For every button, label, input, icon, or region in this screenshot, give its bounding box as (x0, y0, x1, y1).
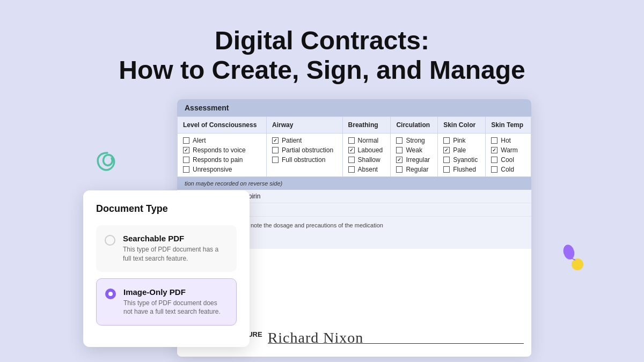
assessment-header: Assessment (177, 99, 531, 116)
cb-responds-pain[interactable] (183, 157, 189, 163)
airway-cell: Patient Partial obstruction Full obstruc… (267, 134, 343, 177)
cb-pink[interactable] (443, 137, 450, 144)
cb-cold[interactable] (491, 166, 497, 173)
cb-syanotic[interactable] (443, 157, 450, 163)
assessment-table: Level of Consciousness Airway Breathing … (177, 116, 531, 177)
circulation-cell: Strong Weak Irregular Regular (391, 134, 438, 177)
breathing-laboued: Laboued (348, 146, 385, 154)
cb-hot[interactable] (491, 137, 497, 144)
image-only-pdf-label: Image-Only PDF (123, 287, 228, 297)
airway-patient: Patient (272, 137, 337, 144)
loc-unresponsive: Unresponsive (183, 166, 261, 173)
cb-alert[interactable] (183, 137, 189, 144)
image-only-pdf-option[interactable]: Image-Only PDF This type of PDF document… (96, 278, 237, 326)
cb-flushed[interactable] (443, 166, 450, 173)
cb-partial-obstruction[interactable] (272, 147, 279, 153)
hero-section: Digital Contracts: How to Create, Sign, … (0, 0, 644, 85)
cb-patient[interactable] (272, 137, 279, 144)
circ-strong: Strong (396, 137, 432, 144)
cb-cool[interactable] (491, 157, 497, 163)
cb-responds-voice[interactable] (183, 147, 189, 153)
image-only-pdf-desc: This type of PDF document does not have … (123, 299, 228, 317)
medication-header: tion maybe recorded on reverse side) (177, 177, 531, 190)
hero-line2: How to Create, Sign, and Manage (0, 55, 644, 85)
col-header-breathing: Breathing (342, 117, 391, 134)
searchable-pdf-label: Searchable PDF (123, 234, 228, 243)
signature-line: Richard Nixon (268, 324, 524, 344)
cb-weak[interactable] (396, 147, 402, 153)
loc-responds-pain: Responds to pain (183, 156, 261, 164)
cb-laboued[interactable] (348, 147, 355, 153)
col-header-circulation: Circulation (391, 117, 438, 134)
cb-normal[interactable] (348, 137, 355, 144)
cb-irregular[interactable] (396, 157, 402, 163)
radio-inner-dot (108, 292, 113, 296)
temp-warm: Warm (491, 146, 525, 154)
skin-temp-cell: Hot Warm Cool Cold (486, 134, 531, 177)
cb-regular[interactable] (396, 166, 402, 173)
skin-pink: Pink (443, 137, 480, 144)
skin-syanotic: Syanotic (443, 156, 480, 164)
cb-warm[interactable] (491, 147, 497, 153)
cb-unresponsive[interactable] (183, 166, 189, 173)
airway-full: Full obstruction (272, 156, 337, 164)
searchable-pdf-desc: This type of PDF document has a full tex… (123, 245, 228, 263)
loc-responds-voice: Responds to voice (183, 146, 261, 154)
breathing-shallow: Shallow (348, 156, 385, 164)
cb-pale[interactable] (443, 147, 450, 153)
skin-color-cell: Pink Pale Syanotic Flushed (438, 134, 486, 177)
temp-hot: Hot (491, 137, 525, 144)
temp-cool: Cool (491, 156, 525, 164)
image-only-pdf-content: Image-Only PDF This type of PDF document… (123, 287, 228, 317)
col-header-skin-color: Skin Color (438, 117, 486, 134)
decorative-green-icon (94, 150, 121, 177)
document-type-card: Document Type Searchable PDF This type o… (83, 190, 250, 347)
breathing-cell: Normal Laboued Shallow Absent (342, 134, 391, 177)
temp-cold: Cold (491, 166, 525, 173)
searchable-pdf-radio[interactable] (105, 235, 115, 246)
cb-absent[interactable] (348, 166, 355, 173)
skin-pale: Pale (443, 146, 480, 154)
breathing-normal: Normal (348, 137, 385, 144)
skin-flushed: Flushed (443, 166, 480, 173)
col-header-skin-temp: Skin Temp (486, 117, 531, 134)
document-type-title: Document Type (96, 203, 237, 215)
loc-cell: Alert Responds to voice Responds to pain (178, 134, 267, 177)
image-only-pdf-radio[interactable] (105, 289, 116, 299)
searchable-pdf-option[interactable]: Searchable PDF This type of PDF document… (96, 225, 237, 272)
cb-strong[interactable] (396, 137, 402, 144)
searchable-pdf-content: Searchable PDF This type of PDF document… (123, 234, 228, 263)
circ-irregular: Irregular (396, 156, 432, 164)
signature-text: Richard Nixon (268, 330, 364, 345)
cb-shallow[interactable] (348, 157, 355, 163)
col-header-airway: Airway (267, 117, 343, 134)
circ-weak: Weak (396, 146, 432, 154)
airway-partial: Partial obstruction (272, 146, 337, 154)
breathing-absent: Absent (348, 166, 385, 173)
cb-full-obstruction[interactable] (272, 157, 279, 163)
col-header-loc: Level of Consciousness (178, 117, 267, 134)
circ-regular: Regular (396, 166, 432, 173)
hero-line1: Digital Contracts: (0, 26, 644, 55)
loc-alert: Alert (183, 137, 261, 144)
